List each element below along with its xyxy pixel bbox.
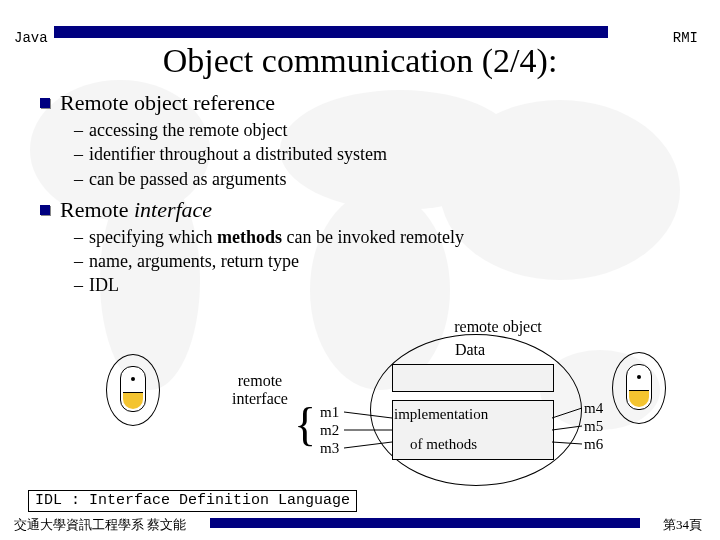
sub-item: –accessing the remote object <box>74 118 690 142</box>
bullet-remote-interface: Remote interface <box>40 197 690 223</box>
square-bullet-icon <box>40 205 50 215</box>
footer-left: 交通大學資訊工程學系 蔡文能 <box>14 516 186 534</box>
remote-object-diagram: remote object Data implementation of met… <box>80 340 680 510</box>
svg-line-6 <box>344 412 392 418</box>
client-ellipse <box>106 354 160 426</box>
square-bullet-icon <box>40 98 50 108</box>
slide-footer: 交通大學資訊工程學系 蔡文能 第34頁 <box>0 514 720 536</box>
connector-lines <box>80 340 680 510</box>
sub-item: –IDL <box>74 273 690 297</box>
bullet-text: Remote object reference <box>60 90 275 116</box>
sub-item: –can be passed as arguments <box>74 167 690 191</box>
sub-item: –name, arguments, return type <box>74 249 690 273</box>
svg-line-8 <box>344 442 392 448</box>
bullet-text: Remote interface <box>60 197 212 223</box>
sub-item: –specifying which methods can be invoked… <box>74 225 690 249</box>
server-ellipse <box>612 352 666 424</box>
footer-right: 第34頁 <box>663 516 702 534</box>
footer-bar <box>210 518 640 528</box>
svg-line-10 <box>552 426 582 430</box>
slide-header: Java RMI <box>0 0 720 36</box>
slide-content: Remote object reference –accessing the r… <box>0 80 720 298</box>
sub-item: –identifier throughout a distributed sys… <box>74 142 690 166</box>
slide-title: Object communication (2/4): <box>0 42 720 80</box>
bullet-remote-object-reference: Remote object reference <box>40 90 690 116</box>
svg-line-11 <box>552 442 582 444</box>
svg-line-9 <box>552 408 582 418</box>
label-remote-object: remote object <box>408 318 588 336</box>
header-bar <box>54 26 608 38</box>
